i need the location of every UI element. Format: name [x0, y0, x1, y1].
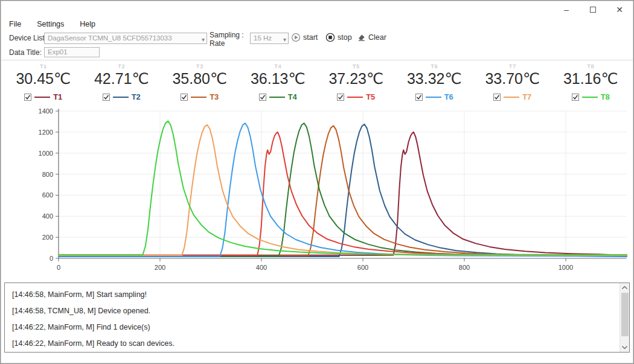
- data-title-input[interactable]: Exp01: [44, 47, 100, 57]
- maximize-button[interactable]: [588, 4, 598, 15]
- menu-help[interactable]: Help: [80, 20, 95, 28]
- legend-line-swatch: [113, 97, 129, 98]
- close-button[interactable]: ✕: [614, 4, 625, 15]
- legend-label: T5: [366, 92, 375, 101]
- minimize-icon: –: [564, 5, 569, 14]
- chevron-down-icon: [622, 346, 627, 349]
- svg-text:800: 800: [42, 171, 53, 178]
- chart-legend: T1 T2 T3: [1, 89, 633, 103]
- maximize-icon: [590, 7, 596, 13]
- legend-item: T3: [161, 92, 239, 101]
- menu-settings[interactable]: Settings: [37, 20, 64, 28]
- legend-line-swatch: [426, 97, 441, 98]
- minimize-button[interactable]: –: [561, 4, 572, 15]
- clear-button[interactable]: Clear: [357, 33, 386, 42]
- data-title-label: Data Title:: [9, 48, 42, 57]
- sampling-rate-label-1: Sampling :: [210, 31, 244, 39]
- temperature-value: 35.80℃: [161, 70, 239, 88]
- temperature-readout: T1 30.45℃: [4, 63, 83, 88]
- channel-label: T7: [473, 63, 552, 69]
- device-list-combo[interactable]: DagaSensor TCMN_U8 5CFD55713033 ▾: [44, 33, 207, 44]
- sampling-rate-label-2: Rate: [210, 39, 225, 48]
- svg-text:1200: 1200: [39, 129, 53, 136]
- temperature-readout: T5 37.23℃: [317, 63, 395, 88]
- legend-item: T8: [552, 92, 630, 101]
- channel-label: T4: [239, 63, 318, 69]
- channel-label: T1: [4, 63, 83, 69]
- svg-text:200: 200: [42, 234, 53, 241]
- series-t8-line: [59, 121, 627, 255]
- svg-text:400: 400: [42, 212, 53, 220]
- legend-label: T2: [132, 92, 141, 101]
- stop-button-label: stop: [338, 33, 352, 42]
- channel-checkbox[interactable]: [24, 94, 31, 101]
- check-icon: [416, 94, 422, 100]
- channel-label: T6: [395, 63, 474, 69]
- temperature-value: 33.70℃: [473, 70, 552, 88]
- svg-text:0: 0: [50, 255, 53, 262]
- channel-checkbox[interactable]: [493, 94, 501, 101]
- legend-item: T6: [395, 92, 474, 101]
- log-line: [14:46:58, TCMN_U8, M] Device opened.: [12, 303, 622, 319]
- temperature-readout: T7 33.70℃: [473, 63, 552, 88]
- legend-item: T1: [4, 92, 83, 101]
- log-line: [14:46:22, MainForm, M] Find 1 device(s): [12, 319, 622, 336]
- channel-checkbox[interactable]: [337, 94, 344, 101]
- log-scrollbar[interactable]: [620, 283, 629, 352]
- stop-circle-icon: [325, 33, 335, 42]
- scrollbar-thumb[interactable]: [621, 293, 629, 336]
- svg-text:1000: 1000: [39, 150, 53, 157]
- check-icon: [25, 94, 31, 100]
- temperature-chart: 0200400600800100012001400020040060080010…: [1, 104, 633, 278]
- stop-button[interactable]: stop: [325, 33, 352, 42]
- svg-text:800: 800: [459, 264, 470, 271]
- channel-label: T8: [552, 63, 630, 69]
- channel-checkbox[interactable]: [181, 94, 188, 101]
- legend-item: T4: [239, 92, 318, 101]
- temperature-readout: T2 42.71℃: [83, 63, 161, 88]
- svg-text:1400: 1400: [39, 107, 53, 115]
- device-list-label: Device List: [9, 34, 45, 42]
- legend-label: T6: [444, 92, 453, 101]
- series-t4-line: [59, 123, 627, 256]
- scroll-up-button[interactable]: [620, 283, 629, 292]
- temperature-value: 30.45℃: [4, 70, 83, 88]
- legend-line-swatch: [582, 97, 598, 98]
- scroll-down-button[interactable]: [620, 343, 629, 352]
- channel-label: T2: [83, 63, 161, 69]
- legend-item: T2: [83, 92, 161, 101]
- data-title-value: Exp01: [48, 48, 68, 56]
- device-list-value: DagaSensor TCMN_U8 5CFD55713033: [48, 34, 172, 42]
- sampling-rate-value: 15 Hz: [254, 34, 272, 42]
- legend-line-swatch: [347, 97, 363, 98]
- legend-label: T8: [601, 92, 610, 101]
- svg-text:600: 600: [357, 264, 368, 271]
- chevron-down-icon: ▾: [283, 34, 286, 44]
- check-icon: [494, 94, 500, 100]
- legend-label: T4: [288, 92, 297, 101]
- menu-file[interactable]: File: [9, 20, 21, 28]
- channel-checkbox[interactable]: [259, 94, 266, 101]
- check-icon: [260, 94, 266, 100]
- clear-button-label: Clear: [368, 33, 386, 42]
- check-icon: [338, 94, 344, 100]
- sampling-rate-combo[interactable]: 15 Hz ▾: [250, 33, 289, 44]
- start-button[interactable]: start: [291, 33, 318, 42]
- series-t5-line: [59, 132, 627, 255]
- log-line: [14:46:58, MainForm, M] Start sampling!: [12, 287, 622, 303]
- legend-label: T3: [210, 92, 219, 101]
- legend-line-swatch: [504, 97, 519, 98]
- menu-bar: File Settings Help: [1, 19, 633, 31]
- log-lines: [14:46:58, MainForm, M] Start sampling! …: [5, 283, 629, 353]
- legend-line-swatch: [191, 97, 207, 98]
- svg-text:400: 400: [256, 264, 267, 271]
- channel-checkbox[interactable]: [415, 94, 423, 101]
- temperature-readout: T8 31.16℃: [552, 63, 630, 88]
- series-t1-line: [59, 132, 627, 255]
- channel-checkbox[interactable]: [572, 94, 579, 101]
- channel-checkbox[interactable]: [103, 94, 110, 101]
- temperature-readout: T6 33.32℃: [395, 63, 474, 88]
- log-line: [14:46:22, MainForm, M] Ready to scan de…: [12, 336, 622, 352]
- svg-text:200: 200: [155, 264, 165, 271]
- legend-line-swatch: [269, 97, 285, 98]
